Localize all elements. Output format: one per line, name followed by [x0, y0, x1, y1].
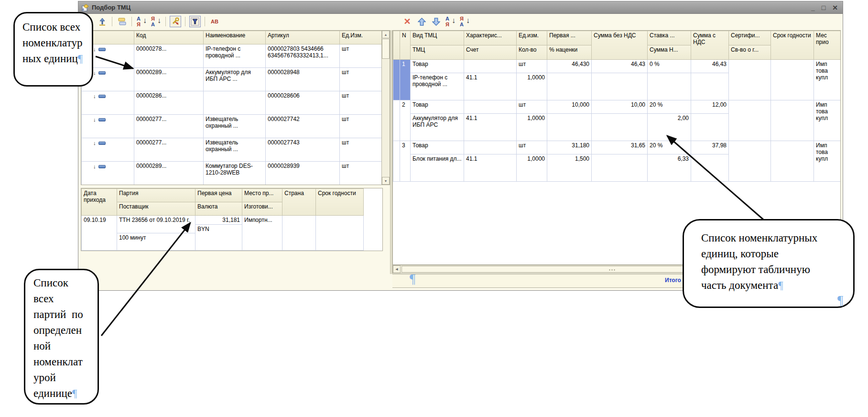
unit-cell[interactable]: шт [340, 138, 383, 162]
table-row[interactable]: ↓ 00000277... Извещатель охранный ... 00… [82, 138, 383, 162]
expiry-cell[interactable] [316, 216, 364, 251]
doc-row[interactable]: 1 Товар шт 46,430 46,43 0 % 46,43 Имп то… [393, 60, 841, 73]
doc-row[interactable]: 2 Товар шт 10,000 10,00 20 % 12,00 Имп т… [393, 100, 841, 114]
list-settings-wrench-icon[interactable] [170, 16, 181, 27]
expiry-cell[interactable] [771, 60, 814, 100]
column-header-place[interactable]: Мес прио [814, 31, 841, 60]
unit-cell[interactable]: шт [517, 100, 547, 114]
column-header-certificate2[interactable]: Св-во о г... [729, 45, 771, 60]
code-cell[interactable]: 00000286... [134, 91, 204, 115]
expiry-cell[interactable] [771, 100, 814, 141]
table-row[interactable]: ↓ 00000278... IP-телефон с проводной ...… [82, 44, 383, 68]
expiry-cell[interactable] [771, 141, 814, 182]
vat-sum-cell[interactable] [648, 73, 691, 100]
code-cell[interactable]: 00000277... [134, 138, 204, 162]
certificate-cell[interactable] [729, 141, 771, 182]
markup-cell[interactable] [547, 114, 592, 141]
article-cell[interactable]: 0000028939 [266, 162, 340, 186]
column-header-batch[interactable]: Партия [117, 189, 195, 202]
empty-cell[interactable] [691, 114, 729, 141]
markup-cell[interactable] [547, 73, 592, 100]
unit-cell[interactable]: шт [340, 162, 383, 186]
scroll-up-button[interactable]: ▲ [382, 31, 390, 38]
place-cell[interactable]: Импортн... [242, 216, 282, 251]
sum-with-vat-cell[interactable]: 12,00 [691, 100, 729, 114]
move-row-down-icon[interactable] [430, 16, 442, 27]
account-cell[interactable]: 41.1 [464, 114, 517, 141]
qty-cell[interactable]: 1,0000 [517, 154, 547, 182]
unit-cell[interactable]: шт [340, 115, 383, 138]
kind-cell[interactable]: Товар [411, 60, 464, 73]
delete-row-icon[interactable]: ✕ [401, 16, 413, 27]
move-row-up-icon[interactable] [416, 16, 427, 27]
column-header-expiry[interactable]: Срок годности [771, 31, 814, 60]
unit-cell[interactable]: шт [340, 44, 383, 68]
batch-row[interactable]: 09.10.19 ТТН 23656 от 09.10.2019 г. 100 … [82, 216, 364, 251]
column-header-first-price[interactable]: Первая цена [195, 189, 242, 202]
column-header-first-price[interactable]: Первая ... [547, 31, 592, 45]
table-row[interactable]: ↓ 00000289... Аккумулятор для ИБП APC ..… [82, 68, 383, 91]
column-header-tmc[interactable]: ТМЦ [411, 45, 464, 60]
place-cell[interactable]: Имп това купл [814, 141, 841, 182]
first-price-cell[interactable]: 31,180 [547, 141, 592, 154]
place-cell[interactable]: Имп това купл [814, 60, 841, 100]
move-up-icon[interactable] [97, 16, 108, 27]
column-header-country[interactable]: Страна [282, 189, 316, 216]
column-header-vat-sum[interactable]: Сумма Н... [648, 45, 691, 60]
tmc-cell[interactable]: IP-телефон с проводной ... [411, 73, 464, 100]
column-header-article[interactable]: Артикул [266, 31, 340, 44]
column-header-markup[interactable]: % наценки [547, 45, 592, 60]
column-header-kind[interactable]: Вид ТМЦ [411, 31, 464, 45]
tmc-cell[interactable]: Аккумулятор для ИБП APC [411, 114, 464, 141]
scroll-down-button[interactable]: ▼ [382, 177, 390, 185]
empty-cell[interactable] [691, 154, 729, 182]
row-selection-strip[interactable] [393, 60, 400, 100]
sum-no-vat-cell[interactable]: 46,43 [592, 60, 648, 73]
sort-ascending-icon[interactable]: АЯ↓ [136, 16, 147, 27]
code-cell[interactable]: 00000277... [134, 115, 204, 138]
column-header-qty[interactable]: Кол-во [517, 45, 547, 60]
unit-cell[interactable]: шт [517, 60, 547, 73]
maximize-button[interactable]: □ [822, 4, 825, 11]
characteristic-cell[interactable] [464, 100, 517, 114]
column-header-producer[interactable]: Изготови... [242, 202, 282, 216]
name-cell[interactable]: IP-телефон с проводной ... [204, 44, 266, 68]
vat-rate-cell[interactable]: 0 % [648, 60, 691, 73]
column-header-sum-no-vat[interactable]: Сумма без НДС [592, 31, 648, 60]
sort-ascending-icon[interactable]: АЯ↓ [445, 16, 456, 27]
column-header-unit[interactable]: Ед.изм. [517, 31, 547, 45]
column-header-place[interactable]: Место пр... [242, 189, 282, 202]
column-header-supplier[interactable]: Поставщик [117, 202, 195, 216]
selected-name-cell[interactable]: Блок питания для коммутатора [204, 91, 266, 115]
row-number-cell[interactable]: 2 [400, 100, 411, 141]
account-cell[interactable]: 41.1 [464, 154, 517, 182]
unit-cell[interactable]: шт [340, 68, 383, 91]
column-header-vat-rate[interactable]: Ставка ... [648, 31, 691, 45]
batch-cell[interactable]: ТТН 23656 от 09.10.2019 г. 100 минут [117, 216, 195, 251]
empty-cell[interactable] [691, 73, 729, 100]
qty-cell[interactable]: 1,0000 [517, 73, 547, 100]
markup-cell[interactable]: 1,500 [547, 154, 592, 182]
table-row[interactable]: ↓ 00000289... Коммутатор DES-1210-28WEB … [82, 162, 383, 186]
empty-cell[interactable] [592, 73, 648, 100]
sum-no-vat-cell[interactable]: 31,65 [592, 141, 648, 154]
empty-cell[interactable] [592, 154, 648, 182]
hierarchy-view-icon[interactable] [116, 16, 128, 27]
column-header-expiry[interactable]: Срок годности [316, 189, 364, 216]
vat-rate-cell[interactable]: 20 % [648, 100, 691, 114]
sum-with-vat-cell[interactable]: 37,98 [691, 141, 729, 154]
vat-sum-cell[interactable]: 6,33 [648, 154, 691, 182]
sum-with-vat-cell[interactable]: 46,43 [691, 60, 729, 73]
unit-cell[interactable]: шт [340, 91, 383, 115]
row-number-cell[interactable]: 1 [400, 60, 411, 100]
row-selection-strip[interactable] [393, 141, 400, 182]
certificate-cell[interactable] [729, 60, 771, 100]
column-header-currency[interactable]: Валюта [195, 202, 242, 216]
scrollbar-thumb[interactable] [382, 39, 390, 59]
sort-descending-icon[interactable]: ЯА↓ [459, 16, 470, 27]
tmc-cell[interactable]: Блок питания дл... [411, 154, 464, 182]
kind-cell[interactable]: Товар [411, 141, 464, 154]
column-header-characteristic[interactable]: Характерис... [464, 31, 517, 45]
table-row[interactable]: ↓ 00000277... Извещатель охранный ... 00… [82, 115, 383, 138]
name-cell[interactable]: Извещатель охранный ... [204, 115, 266, 138]
